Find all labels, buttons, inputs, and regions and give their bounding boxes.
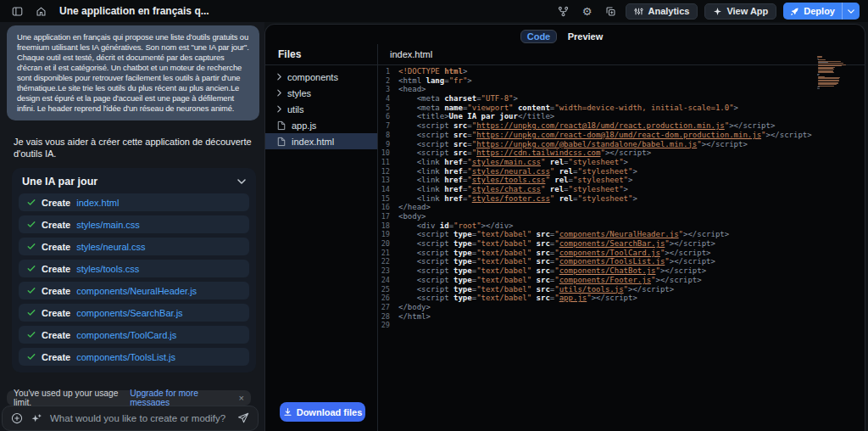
send-icon bbox=[237, 412, 249, 424]
deploy-button[interactable]: Deploy bbox=[783, 3, 860, 20]
line-number: 5 bbox=[378, 104, 398, 113]
topbar: Une application en français q... ⚙ Analy… bbox=[0, 0, 868, 22]
code-line: 18 <div id="root"></div> bbox=[378, 221, 865, 231]
code-line: 15 <link href="styles/footer.css" rel="s… bbox=[378, 194, 865, 204]
analytics-button[interactable]: Analytics bbox=[626, 3, 698, 20]
task-action: Create bbox=[42, 352, 70, 362]
code-line: 6 <title>Une IA par jour</title> bbox=[378, 112, 865, 121]
workflow-button[interactable] bbox=[554, 3, 571, 20]
task-file-link[interactable]: styles/tools.css bbox=[76, 264, 139, 274]
task-item[interactable]: Createcomponents/NeuralHeader.js bbox=[19, 282, 249, 299]
line-number: 7 bbox=[378, 121, 398, 131]
home-button[interactable] bbox=[32, 3, 49, 20]
line-text: <script type="text/babel" src="app.js"><… bbox=[398, 294, 637, 303]
line-number: 10 bbox=[378, 148, 398, 158]
download-icon bbox=[283, 407, 292, 417]
view-app-button[interactable]: View App bbox=[704, 3, 776, 20]
code-line: 23 <script type="text/babel" src="compon… bbox=[378, 266, 865, 276]
code-content[interactable]: 1<!DOCTYPE html>2<html lang="fr">3<head>… bbox=[378, 65, 865, 330]
line-text: <!DOCTYPE html> bbox=[398, 67, 467, 76]
editor-tabbar: index.html bbox=[378, 44, 865, 65]
code-line: 28</html> bbox=[378, 312, 865, 322]
settings-button[interactable]: ⚙ bbox=[578, 3, 595, 20]
code-line: 5 <meta name="viewport" content="width=d… bbox=[378, 104, 865, 113]
tree-folder-styles[interactable]: styles bbox=[265, 85, 377, 101]
upgrade-link[interactable]: Upgrade for more messages bbox=[130, 389, 232, 407]
task-item[interactable]: Createcomponents/SearchBar.js bbox=[19, 304, 249, 322]
download-files-button[interactable]: Download files bbox=[280, 402, 365, 422]
task-file-link[interactable]: index.html bbox=[76, 198, 119, 208]
code-line: 1<!DOCTYPE html> bbox=[378, 67, 865, 76]
files-panel: Files componentsstylesutilsapp.jsindex.h… bbox=[265, 44, 378, 431]
line-number: 16 bbox=[378, 203, 398, 212]
attach-button[interactable] bbox=[11, 412, 23, 424]
assistant-message: Je vais vous aider à créer cette applica… bbox=[14, 136, 256, 160]
task-item[interactable]: Createcomponents/ToolCard.js bbox=[19, 326, 249, 344]
file-icon bbox=[277, 137, 286, 147]
check-icon bbox=[27, 331, 36, 339]
line-text: <script src="https://unpkg.com/@babel/st… bbox=[398, 140, 748, 149]
code-line: 26 <script type="text/babel" src="app.js… bbox=[378, 294, 865, 303]
task-file-link[interactable]: styles/main.css bbox=[76, 220, 140, 230]
project-title: Une application en français q... bbox=[59, 5, 209, 17]
line-number: 4 bbox=[378, 94, 398, 104]
chevron-down-icon bbox=[848, 9, 854, 14]
sparkle-button[interactable] bbox=[31, 412, 42, 424]
workspace-body: Files componentsstylesutilsapp.jsindex.h… bbox=[265, 44, 865, 431]
code-preview-toggle: Code Preview bbox=[520, 28, 610, 43]
panel-icon bbox=[12, 6, 23, 17]
code-line: 9 <script src="https://unpkg.com/@babel/… bbox=[378, 140, 865, 149]
deploy-main[interactable]: Deploy bbox=[783, 3, 842, 20]
code-line: 10 <script src="https://cdn.tailwindcss.… bbox=[378, 148, 865, 158]
deploy-dropdown-button[interactable] bbox=[843, 3, 860, 20]
task-item[interactable]: Createstyles/tools.css bbox=[19, 260, 249, 277]
task-item[interactable]: Createindex.html bbox=[19, 193, 249, 211]
task-file-link[interactable]: styles/neural.css bbox=[76, 242, 145, 252]
task-card-header[interactable]: Une IA par jour bbox=[19, 172, 249, 193]
code-line: 2<html lang="fr"> bbox=[378, 76, 865, 86]
line-number: 21 bbox=[378, 249, 398, 258]
line-text: <script type="text/babel" src="component… bbox=[398, 266, 706, 276]
line-number: 26 bbox=[378, 294, 398, 303]
code-line: 25 <script type="text/babel" src="utils/… bbox=[378, 285, 865, 294]
send-button[interactable] bbox=[237, 412, 249, 424]
line-text: <meta charset="UTF-8"> bbox=[398, 94, 518, 104]
tab-code[interactable]: Code bbox=[520, 30, 558, 43]
app-window: Une application en français q... ⚙ Analy… bbox=[0, 0, 868, 431]
task-item[interactable]: Createstyles/main.css bbox=[19, 216, 249, 233]
chevron-down-icon bbox=[237, 179, 246, 184]
tree-file-app.js[interactable]: app.js bbox=[265, 117, 377, 133]
code-line: 11 <link href="styles/main.css" rel="sty… bbox=[378, 158, 865, 167]
check-icon bbox=[27, 287, 36, 294]
tree-folder-utils[interactable]: utils bbox=[265, 101, 377, 117]
task-file-link[interactable]: components/SearchBar.js bbox=[76, 308, 182, 318]
tree-folder-components[interactable]: components bbox=[265, 69, 377, 85]
code-line: 7 <script src="https://unpkg.com/react@1… bbox=[378, 121, 865, 131]
line-text: <body> bbox=[398, 212, 426, 221]
task-item[interactable]: Createstyles/neural.css bbox=[19, 238, 249, 255]
chat-input[interactable] bbox=[50, 413, 230, 423]
files-panel-title: Files bbox=[265, 44, 377, 65]
task-file-link[interactable]: components/ToolCard.js bbox=[76, 330, 176, 340]
duplicate-button[interactable] bbox=[602, 3, 619, 20]
sidebar-toggle-button[interactable] bbox=[8, 3, 25, 20]
chevron-right-icon bbox=[277, 89, 281, 97]
task-file-link[interactable]: components/NeuralHeader.js bbox=[76, 286, 197, 296]
task-file-link[interactable]: components/ToolsList.js bbox=[76, 352, 175, 362]
task-action: Create bbox=[42, 198, 70, 208]
tree-file-index.html[interactable]: index.html bbox=[265, 133, 377, 149]
check-icon bbox=[27, 221, 36, 228]
line-text: <script src="https://cdn.tailwindcss.com… bbox=[398, 148, 651, 158]
task-item[interactable]: Createcomponents/ToolsList.js bbox=[19, 348, 249, 366]
line-text: <div id="root"></div> bbox=[398, 221, 514, 231]
file-tree: componentsstylesutilsapp.jsindex.html bbox=[265, 65, 377, 149]
tree-label: utils bbox=[287, 104, 304, 115]
code-line: 20 <script type="text/babel" src="compon… bbox=[378, 239, 865, 249]
close-icon[interactable]: × bbox=[239, 393, 244, 403]
code-line: 8 <script src="https://unpkg.com/react-d… bbox=[378, 131, 865, 140]
minimap[interactable] bbox=[817, 56, 854, 93]
editor-tab[interactable]: index.html bbox=[390, 49, 432, 59]
tab-preview[interactable]: Preview bbox=[561, 30, 610, 43]
gear-icon: ⚙ bbox=[582, 6, 593, 17]
chat-sidebar: Une application en français qui propose … bbox=[0, 22, 264, 431]
